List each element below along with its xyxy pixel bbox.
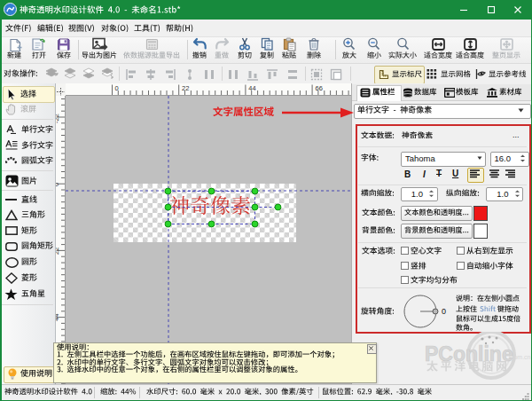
svg-text:.com.cn: .com.cn <box>509 354 531 360</box>
